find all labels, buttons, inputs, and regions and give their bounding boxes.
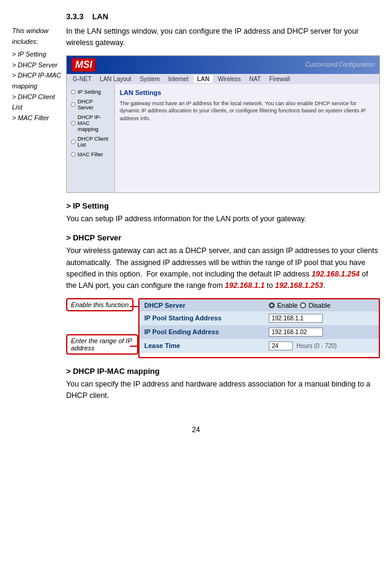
nav-gnet[interactable]: G-NET	[69, 75, 95, 83]
enable-connector	[130, 306, 139, 307]
sidebar-item-ip: > IP Setting	[12, 49, 63, 60]
nav-wireless[interactable]: Wireless	[214, 75, 244, 83]
ip-start-value	[264, 311, 379, 325]
router-body: IP Setting DHCP Server DHCP IP-MAC mappi…	[67, 84, 379, 192]
intro-text: In the LAN settings window, you can conf…	[66, 26, 380, 49]
menu-radio-mac[interactable]	[71, 152, 76, 157]
section-number: 3.3.3	[66, 12, 84, 21]
nav-lanlayout[interactable]: LAN Layout	[96, 75, 135, 83]
router-header: MSI Customized Configuration	[67, 56, 379, 74]
sidebar: This window includes: > IP Setting > DHC…	[12, 26, 66, 408]
dhcp-server-value: Enable Disable	[264, 299, 379, 311]
router-main-body: The gateway must have an IP address for …	[120, 100, 375, 123]
sidebar-item-mac: > MAC Filter	[12, 113, 63, 124]
nav-system[interactable]: System	[136, 75, 163, 83]
enable-annotation-group: Enable this function	[66, 298, 138, 315]
menu-mac-filter[interactable]: MAC Filter	[69, 150, 112, 159]
ip-setting-body: You can setup IP address information for…	[66, 213, 380, 225]
enable-disable-group: Enable Disable	[269, 302, 331, 309]
ip-start-input[interactable]	[269, 314, 323, 323]
dhcp-config-area: Enable this function Enter the range of …	[66, 298, 380, 358]
dhcp-table: DHCP Server Enable Disable	[139, 299, 379, 353]
menu-ip-setting[interactable]: IP Setting	[69, 88, 112, 96]
dhcp-ipmac-section: > DHCP IP-MAC mapping You can specify th…	[66, 367, 380, 402]
menu-radio-client[interactable]	[71, 139, 76, 144]
router-main-panel: LAN Settings The gateway must have an IP…	[115, 84, 379, 192]
sidebar-item-dhcp-mac: > DHCP IP-MAC mapping	[12, 70, 63, 91]
disable-radio[interactable]	[300, 302, 306, 308]
router-nav: G-NET LAN Layout System Internet LAN Wir…	[67, 74, 379, 84]
table-row-lease: Lease Time Hours (0 - 720)	[139, 339, 379, 353]
nav-firewall[interactable]: Firewall	[266, 75, 293, 83]
nav-lan[interactable]: LAN	[194, 75, 213, 83]
page-number: 24	[12, 426, 380, 434]
hours-note: Hours (0 - 720)	[296, 343, 337, 349]
ip-example-3: 192.168.1.253	[275, 281, 323, 290]
range-annotation-group: Enter the range of IP address	[66, 334, 138, 358]
enable-annotation-box: Enable this function	[66, 298, 133, 311]
ip-example-1: 192.168.1.254	[311, 270, 360, 278]
ip-start-label: IP Pool Starting Address	[139, 311, 264, 325]
ip-end-label: IP Pool Ending Address	[139, 325, 264, 339]
menu-dhcp-client[interactable]: DHCP Client List	[69, 135, 112, 149]
disable-label: Disable	[308, 302, 331, 309]
sidebar-item-dhcp-client: > DHCP Client List	[12, 92, 63, 113]
dhcp-ipmac-body: You can specify the IP address and hardw…	[66, 379, 380, 402]
nav-nat[interactable]: NAT	[246, 75, 265, 83]
router-main-heading: LAN Settings	[120, 89, 375, 96]
msi-logo: MSI	[72, 58, 96, 72]
range-connector	[130, 346, 139, 347]
dhcp-server-label: DHCP Server	[139, 299, 264, 311]
nav-internet[interactable]: Internet	[165, 75, 192, 83]
left-annotations: Enable this function Enter the range of …	[66, 298, 138, 358]
ip-example-2: 192.168.1.1	[225, 281, 265, 290]
main-content: This window includes: > IP Setting > DHC…	[12, 26, 380, 408]
table-row-dhcp-server: DHCP Server Enable Disable	[139, 299, 379, 311]
enable-label: Enable	[277, 302, 298, 309]
router-subtitle: Customized Configuration	[305, 61, 375, 68]
router-ui: MSI Customized Configuration G-NET LAN L…	[66, 55, 380, 193]
section-title: LAN	[92, 12, 108, 21]
sidebar-item-dhcp: > DHCP Server	[12, 60, 63, 71]
content-area: In the LAN settings window, you can conf…	[66, 26, 380, 408]
window-includes-label: This window includes:	[12, 26, 63, 47]
range-annotation-box: Enter the range of IP address	[66, 334, 138, 355]
ip-end-value	[264, 325, 379, 339]
menu-dhcp-ipmac[interactable]: DHCP IP-MAC mapping	[69, 113, 112, 133]
dhcp-server-body: Your wireless gateway can act as a DHCP …	[66, 245, 380, 292]
lease-input[interactable]	[269, 341, 293, 350]
menu-radio-dhcp[interactable]	[71, 102, 76, 107]
enable-radio[interactable]	[269, 302, 275, 308]
table-row-ip-start: IP Pool Starting Address	[139, 311, 379, 325]
ip-end-input[interactable]	[269, 328, 323, 337]
menu-dhcp-server[interactable]: DHCP Server	[69, 97, 112, 112]
spacer-1	[66, 319, 138, 333]
menu-radio-ip[interactable]	[71, 90, 76, 94]
dhcp-server-title: > DHCP Server	[66, 233, 380, 242]
router-sidebar: IP Setting DHCP Server DHCP IP-MAC mappi…	[67, 84, 115, 192]
page-container: 3.3.3 LAN This window includes: > IP Set…	[0, 0, 392, 446]
menu-radio-ipmac[interactable]	[71, 121, 76, 126]
dhcp-ipmac-title: > DHCP IP-MAC mapping	[66, 367, 380, 376]
dhcp-table-wrapper: DHCP Server Enable Disable	[138, 298, 380, 358]
table-row-ip-end: IP Pool Ending Address	[139, 325, 379, 339]
lease-value: Hours (0 - 720)	[264, 339, 379, 353]
ip-setting-title: > IP Setting	[66, 201, 380, 210]
lease-label: Lease Time	[139, 339, 264, 353]
